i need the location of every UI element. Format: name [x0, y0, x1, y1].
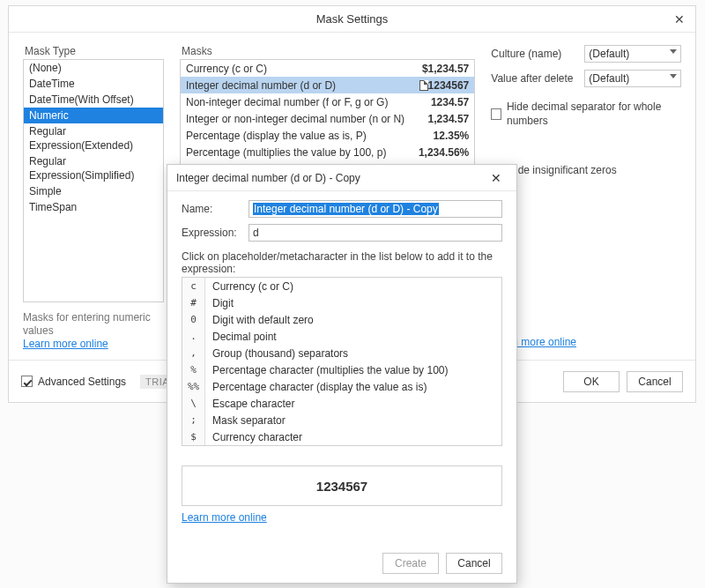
- metacharacter-desc: Escape character: [205, 395, 301, 412]
- mask-type-item[interactable]: Simple: [24, 183, 163, 199]
- close-button[interactable]: ✕: [485, 167, 508, 189]
- mask-sample: 1,234.56%: [419, 146, 469, 159]
- mask-type-item[interactable]: (None): [24, 60, 163, 76]
- metacharacter-desc: Currency character: [205, 428, 309, 445]
- close-button[interactable]: ✕: [664, 6, 695, 33]
- metacharacter-list[interactable]: cCurrency (c or C)#Digit0Digit with defa…: [182, 277, 502, 446]
- metacharacter-desc: Digit: [205, 294, 241, 311]
- dialog-titlebar: Mask Settings ✕: [9, 6, 695, 33]
- mask-row[interactable]: Integer or non-integer decimal number (n…: [181, 110, 474, 127]
- mask-sample: 1234567: [428, 79, 470, 92]
- expression-row: Expression: d: [182, 224, 502, 242]
- metacharacter-desc: Digit with default zero: [205, 311, 321, 328]
- expression-label: Expression:: [182, 227, 240, 239]
- culture-row: Culture (name) (Default): [491, 45, 681, 63]
- mask-type-label: Mask Type: [23, 45, 164, 57]
- metacharacter-desc: Group (thousand) separators: [205, 345, 355, 361]
- cancel-button[interactable]: Cancel: [627, 371, 683, 392]
- culture-select[interactable]: (Default): [584, 45, 681, 63]
- mask-type-item[interactable]: DateTime(With Offset): [24, 92, 163, 108]
- value-after-delete-value: (Default): [589, 72, 629, 85]
- mask-type-hint: Masks for entering numeric values: [23, 311, 164, 338]
- learn-more-link[interactable]: Learn more online: [182, 511, 267, 524]
- metacharacter-row[interactable]: cCurrency (c or C): [182, 278, 501, 294]
- metacharacter-row[interactable]: .Decimal point: [182, 328, 501, 345]
- metacharacter-row[interactable]: %Percentage character (multiplies the va…: [182, 361, 501, 378]
- mask-type-column: Mask Type (None)DateTimeDateTime(With Of…: [23, 45, 164, 350]
- hide-insignificant-row[interactable]: Hide insignificant zeros: [491, 163, 681, 177]
- create-button[interactable]: Create: [382, 553, 439, 574]
- mask-type-item[interactable]: Regular Expression(Extended): [24, 123, 163, 153]
- metacharacter-desc: Percentage character (multiplies the val…: [205, 361, 455, 378]
- metacharacter-row[interactable]: $Currency character: [182, 428, 501, 445]
- metacharacter-desc: Mask separator: [205, 412, 293, 428]
- instruction-text: Click on placeholder/metacharacter in th…: [182, 250, 502, 275]
- hide-insignificant-label: Hide insignificant zeros: [508, 163, 616, 177]
- mask-row[interactable]: Non-integer decimal number (f or F, g or…: [181, 93, 474, 110]
- popup-footer: Create Cancel: [167, 553, 516, 574]
- value-after-delete-label: Value after delete: [491, 72, 575, 85]
- metacharacter-desc: Currency (c or C): [205, 278, 301, 294]
- masks-list[interactable]: Currency (c or C)$1,234.57Integer decima…: [180, 59, 475, 181]
- mask-type-item[interactable]: Numeric: [24, 108, 163, 123]
- metacharacter-symbol: .: [182, 328, 205, 345]
- mask-row[interactable]: Currency (c or C)$1,234.57: [181, 60, 474, 77]
- metacharacter-row[interactable]: 0Digit with default zero: [182, 311, 501, 328]
- mask-label: Percentage (multiplies the value by 100,…: [186, 146, 419, 159]
- metacharacter-symbol: 0: [182, 311, 205, 328]
- learn-more-link[interactable]: Learn more online: [23, 338, 164, 350]
- metacharacter-row[interactable]: ;Mask separator: [182, 412, 501, 428]
- chevron-down-icon: [670, 49, 677, 54]
- mask-type-item[interactable]: TimeSpan: [24, 199, 163, 215]
- metacharacter-symbol: #: [182, 294, 205, 311]
- culture-value: (Default): [589, 48, 629, 60]
- mask-label: Percentage (display the value as is, P): [186, 130, 434, 142]
- expression-input[interactable]: d: [249, 224, 502, 242]
- cancel-button[interactable]: Cancel: [446, 553, 502, 574]
- ok-button[interactable]: OK: [563, 371, 620, 392]
- expression-value: d: [253, 227, 259, 239]
- dialog-title: Mask Settings: [316, 12, 389, 26]
- popup-title: Integer decimal number (d or D) - Copy: [176, 172, 485, 184]
- metacharacter-desc: Decimal point: [205, 328, 284, 345]
- mask-type-list[interactable]: (None)DateTimeDateTime(With Offset)Numer…: [23, 59, 164, 302]
- hide-decimal-row[interactable]: Hide decimal separator for whole numbers: [491, 100, 681, 128]
- metacharacter-symbol: ;: [182, 412, 205, 428]
- advanced-settings-checkbox[interactable]: [21, 376, 33, 387]
- mask-row[interactable]: Percentage (multiplies the value by 100,…: [181, 144, 474, 160]
- create-mask-dialog: Integer decimal number (d or D) - Copy ✕…: [167, 164, 517, 584]
- chevron-down-icon: [670, 74, 677, 78]
- footer-buttons: OK Cancel: [563, 371, 683, 392]
- mask-type-item[interactable]: DateTime: [24, 76, 163, 92]
- metacharacter-symbol: %: [182, 361, 205, 378]
- metacharacter-row[interactable]: ,Group (thousand) separators: [182, 345, 501, 361]
- metacharacter-symbol: %%: [182, 378, 205, 395]
- checkbox-icon[interactable]: [491, 108, 501, 120]
- metacharacter-symbol: $: [182, 428, 205, 445]
- metacharacter-row[interactable]: #Digit: [182, 294, 501, 311]
- popup-titlebar: Integer decimal number (d or D) - Copy ✕: [167, 165, 516, 191]
- settings-column: Culture (name) (Default) Value after del…: [491, 45, 681, 350]
- metacharacter-row[interactable]: %%Percentage character (display the valu…: [182, 378, 501, 395]
- mask-type-item[interactable]: Regular Expression(Simplified): [24, 153, 163, 183]
- metacharacter-symbol: ,: [182, 345, 205, 361]
- hide-decimal-label: Hide decimal separator for whole numbers: [507, 100, 681, 128]
- mask-sample: $1,234.57: [422, 63, 469, 75]
- masks-label: Masks: [180, 45, 475, 57]
- value-after-delete-select[interactable]: (Default): [584, 70, 681, 87]
- mask-sample: 1,234.57: [428, 113, 470, 125]
- mask-row[interactable]: Percentage (display the value as is, P)1…: [181, 127, 474, 144]
- name-label: Name:: [182, 203, 240, 215]
- metacharacter-symbol: c: [182, 278, 205, 294]
- mask-label: Non-integer decimal number (f or F, g or…: [186, 96, 431, 108]
- preview-value: 1234567: [316, 479, 367, 494]
- mask-row[interactable]: Integer decimal number (d or D)1234567: [181, 77, 474, 93]
- name-input[interactable]: Integer decimal number (d or D) - Copy: [249, 200, 502, 218]
- mask-sample: 1234.57: [431, 96, 469, 108]
- preview-box: 1234567: [182, 465, 502, 506]
- mask-label: Currency (c or C): [186, 63, 422, 75]
- advanced-settings-label: Advanced Settings: [38, 376, 126, 388]
- name-value: Integer decimal number (d or D) - Copy: [253, 203, 439, 215]
- value-after-delete-row: Value after delete (Default): [491, 70, 681, 87]
- metacharacter-row[interactable]: \Escape character: [182, 395, 501, 412]
